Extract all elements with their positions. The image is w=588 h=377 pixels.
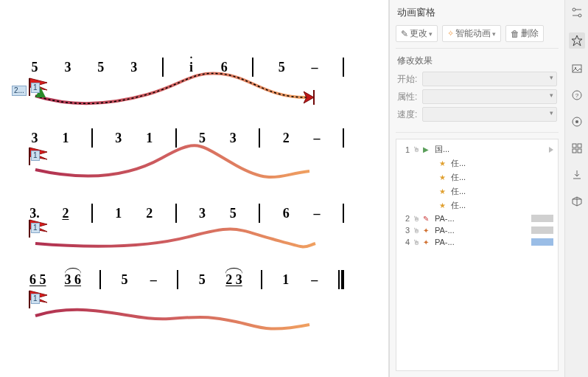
svg-rect-25 <box>578 149 581 153</box>
anim-list-item[interactable]: ★任... <box>398 184 556 198</box>
svg-rect-23 <box>578 144 581 148</box>
speed-label: 速度: <box>397 108 422 121</box>
image-rail-icon[interactable] <box>570 62 584 75</box>
sparkle-icon: ✧ <box>447 29 454 38</box>
path-end-arrow[interactable] <box>304 90 318 105</box>
caret-down-icon: ▾ <box>429 30 433 38</box>
change-effect-button[interactable]: ✎ 更改 ▾ <box>396 25 438 42</box>
svg-point-21 <box>575 120 578 123</box>
anim-list-item[interactable]: 4🖱✦PA-... <box>398 236 556 248</box>
animation-pane-title: 动画窗格 <box>396 4 559 24</box>
right-panels: 动画窗格 ✎ 更改 ▾ ✧ 智能动画 ▾ 🗑 删除 修改效果 开始: <box>389 0 588 377</box>
settings-icon[interactable] <box>570 6 584 19</box>
svg-text:?: ? <box>575 92 578 99</box>
animation-rail-icon[interactable] <box>569 32 585 49</box>
delete-animation-button[interactable]: 🗑 删除 <box>505 25 544 42</box>
help-rail-icon[interactable]: ? <box>570 89 584 102</box>
side-icon-rail: ? <box>564 0 588 377</box>
animation-toolbar: ✎ 更改 ▾ ✧ 智能动画 ▾ 🗑 删除 <box>396 24 559 49</box>
svg-marker-15 <box>572 35 582 46</box>
modify-title: 修改效果 <box>397 55 557 67</box>
animation-list[interactable]: 1🖱▶国...★任...★任...★任...★任...2🖱✎PA-...3🖱✦P… <box>396 139 559 371</box>
smart-animation-button[interactable]: ✧ 智能动画 ▾ <box>442 25 501 42</box>
timeline-bar <box>531 238 553 246</box>
anim-list-item[interactable]: 3🖱✦PA-... <box>398 224 556 236</box>
property-label: 属性: <box>397 91 422 103</box>
anim-list-item[interactable]: ★任... <box>398 170 556 184</box>
anim-list-item[interactable]: 1🖱▶国... <box>398 142 556 156</box>
start-select[interactable] <box>422 72 557 86</box>
music-row-1: 53 53 i6 5– <box>29 58 344 77</box>
music-row-2: 31 31 53 2– <box>29 128 344 148</box>
svg-point-13 <box>578 14 581 17</box>
modify-effect-section: 修改效果 开始: 属性: 速度: <box>396 49 559 133</box>
timeline-bar <box>531 215 553 222</box>
trash-icon: 🗑 <box>511 29 519 39</box>
anim-list-item[interactable]: ★任... <box>398 156 556 170</box>
motion-paths <box>0 0 389 377</box>
svg-point-11 <box>573 8 575 11</box>
start-label: 开始: <box>397 73 422 86</box>
caret-down-icon: ▾ <box>492 30 496 38</box>
download-rail-icon[interactable] <box>570 168 584 181</box>
anim-tag-1b[interactable]: 1 <box>31 151 40 161</box>
music-row-3: 3.2 12 35 6– <box>29 204 344 223</box>
play-icon <box>549 147 553 153</box>
animation-pane: 动画窗格 ✎ 更改 ▾ ✧ 智能动画 ▾ 🗑 删除 修改效果 开始: <box>389 0 564 377</box>
timeline-bar <box>531 226 553 234</box>
svg-rect-22 <box>573 144 576 148</box>
anim-tag-1d[interactable]: 1 <box>31 294 40 304</box>
slide-canvas[interactable]: 53 53 i6 5– 31 31 53 2– 3.2 12 35 6– 6 5… <box>0 0 389 377</box>
pencil-icon: ✎ <box>401 29 408 39</box>
anim-list-item[interactable]: 2🖱✎PA-... <box>398 212 556 224</box>
music-row-4: 6 5 3 6 5– 5 2 3 1– <box>29 270 344 289</box>
anim-list-item[interactable]: ★任... <box>398 198 556 212</box>
anim-tag-1a[interactable]: 1 <box>31 83 40 93</box>
speed-select[interactable] <box>422 107 557 122</box>
property-select[interactable] <box>422 89 557 104</box>
cube-rail-icon[interactable] <box>570 195 584 208</box>
svg-marker-3 <box>304 91 314 103</box>
app-rail-icon[interactable] <box>570 142 584 155</box>
anim-tag-1c[interactable]: 1 <box>31 223 40 233</box>
ai-rail-icon[interactable] <box>570 115 584 128</box>
anim-tag-2[interactable]: 2... <box>12 86 27 96</box>
svg-rect-24 <box>573 149 576 153</box>
